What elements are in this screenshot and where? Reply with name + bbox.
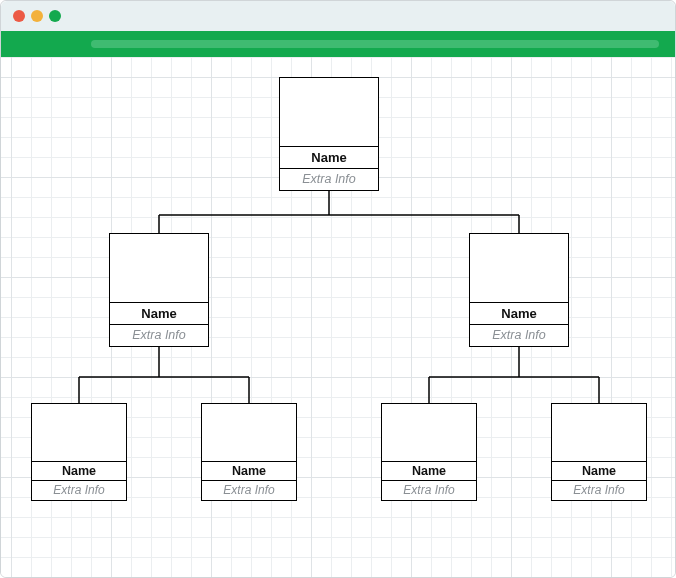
window-titlebar (1, 1, 675, 31)
node-name: Name (382, 461, 476, 480)
diagram-canvas[interactable]: Name Extra Info Name Extra Info Name Ext… (1, 57, 675, 578)
node-extra: Extra Info (110, 324, 208, 346)
node-image-placeholder (382, 404, 476, 461)
org-node-leaf-3[interactable]: Name Extra Info (381, 403, 477, 501)
org-node-mid-left[interactable]: Name Extra Info (109, 233, 209, 347)
node-image-placeholder (552, 404, 646, 461)
node-image-placeholder (32, 404, 126, 461)
node-extra: Extra Info (552, 480, 646, 500)
node-image-placeholder (110, 234, 208, 302)
node-image-placeholder (202, 404, 296, 461)
node-name: Name (280, 146, 378, 168)
node-extra: Extra Info (382, 480, 476, 500)
org-node-root[interactable]: Name Extra Info (279, 77, 379, 191)
app-toolbar (1, 31, 675, 57)
org-node-leaf-4[interactable]: Name Extra Info (551, 403, 647, 501)
node-extra: Extra Info (280, 168, 378, 190)
toolbar-placeholder (91, 40, 659, 48)
node-extra: Extra Info (202, 480, 296, 500)
org-node-leaf-1[interactable]: Name Extra Info (31, 403, 127, 501)
node-image-placeholder (280, 78, 378, 146)
node-name: Name (202, 461, 296, 480)
node-name: Name (470, 302, 568, 324)
node-name: Name (552, 461, 646, 480)
node-name: Name (32, 461, 126, 480)
node-extra: Extra Info (470, 324, 568, 346)
node-extra: Extra Info (32, 480, 126, 500)
org-node-leaf-2[interactable]: Name Extra Info (201, 403, 297, 501)
minimize-window-button[interactable] (31, 10, 43, 22)
org-node-mid-right[interactable]: Name Extra Info (469, 233, 569, 347)
zoom-window-button[interactable] (49, 10, 61, 22)
close-window-button[interactable] (13, 10, 25, 22)
node-image-placeholder (470, 234, 568, 302)
node-name: Name (110, 302, 208, 324)
